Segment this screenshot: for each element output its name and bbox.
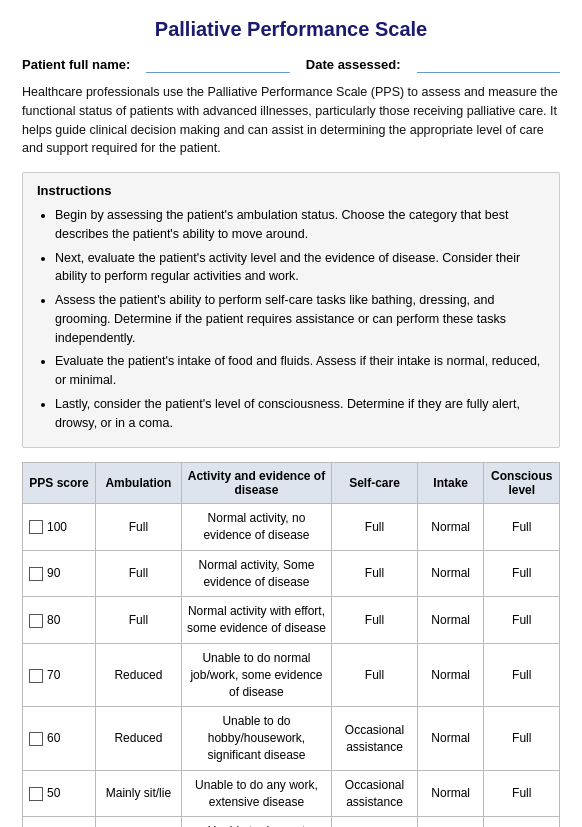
score-cell: 100 [23,504,96,551]
th-pps: PPS score [23,463,96,504]
activity-cell: Normal activity with effort, some eviden… [181,597,331,644]
instruction-item: Lastly, consider the patient's level of … [55,395,545,433]
score-checkbox[interactable] [29,669,43,683]
score-checkbox[interactable] [29,520,43,534]
score-cell: 80 [23,597,96,644]
ambulation-cell: Reduced [95,707,181,770]
intake-cell: Reduced [417,817,484,827]
conscious-cell: Full [484,707,560,770]
ambulation-cell: Mainly in bed [95,817,181,827]
score-cell: 70 [23,644,96,707]
intake-cell: Normal [417,597,484,644]
date-field[interactable] [417,55,560,73]
instruction-item: Assess the patient's ability to perform … [55,291,545,347]
description-text: Healthcare professionals use the Palliat… [22,83,560,158]
table-header-row: PPS score Ambulation Activity and eviden… [23,463,560,504]
selfcare-cell: Full [332,550,418,597]
patient-label: Patient full name: [22,57,130,72]
score-cell: 60 [23,707,96,770]
table-row: 40Mainly in bedUnable to do most activit… [23,817,560,827]
instruction-item: Evaluate the patient's intake of food an… [55,352,545,390]
th-selfcare: Self-care [332,463,418,504]
activity-cell: Unable to do hobby/housework, significan… [181,707,331,770]
conscious-cell: Full [484,597,560,644]
table-row: 50Mainly sit/lieUnable to do any work, e… [23,770,560,817]
instruction-item: Begin by assessing the patient's ambulat… [55,206,545,244]
intake-cell: Normal [417,644,484,707]
conscious-cell: Full [484,644,560,707]
th-intake: Intake [417,463,484,504]
selfcare-cell: Occasional assistance [332,707,418,770]
selfcare-cell: Full [332,644,418,707]
ambulation-cell: Reduced [95,644,181,707]
score-checkbox[interactable] [29,732,43,746]
conscious-cell: Full [484,817,560,827]
score-checkbox[interactable] [29,567,43,581]
activity-cell: Normal activity, no evidence of disease [181,504,331,551]
selfcare-cell: Occasional assistance [332,770,418,817]
selfcare-cell: Full [332,597,418,644]
patient-name-field[interactable] [146,55,289,73]
th-ambulation: Ambulation [95,463,181,504]
page-title: Palliative Performance Scale [22,18,560,41]
instructions-box: Instructions Begin by assessing the pati… [22,172,560,448]
activity-cell: Normal activity, Some evidence of diseas… [181,550,331,597]
ambulation-cell: Full [95,597,181,644]
table-row: 60ReducedUnable to do hobby/housework, s… [23,707,560,770]
ambulation-cell: Mainly sit/lie [95,770,181,817]
date-label: Date assessed: [306,57,401,72]
ambulation-cell: Full [95,504,181,551]
table-row: 70ReducedUnable to do normal job/work, s… [23,644,560,707]
activity-cell: Unable to do most activities, extensive … [181,817,331,827]
intake-cell: Normal [417,707,484,770]
conscious-cell: Full [484,550,560,597]
activity-cell: Unable to do normal job/work, some evide… [181,644,331,707]
conscious-cell: Full [484,504,560,551]
score-cell: 40 [23,817,96,827]
selfcare-cell: Full [332,504,418,551]
instructions-list: Begin by assessing the patient's ambulat… [37,206,545,432]
intake-cell: Normal [417,550,484,597]
instructions-title: Instructions [37,183,545,198]
th-activity: Activity and evidence of disease [181,463,331,504]
th-conscious: Conscious level [484,463,560,504]
table-row: 80FullNormal activity with effort, some … [23,597,560,644]
score-cell: 50 [23,770,96,817]
ambulation-cell: Full [95,550,181,597]
score-checkbox[interactable] [29,614,43,628]
activity-cell: Unable to do any work, extensive disease [181,770,331,817]
intake-cell: Normal [417,770,484,817]
score-checkbox[interactable] [29,787,43,801]
pps-table: PPS score Ambulation Activity and eviden… [22,462,560,827]
conscious-cell: Full [484,770,560,817]
table-row: 100FullNormal activity, no evidence of d… [23,504,560,551]
selfcare-cell: Mainly assistance [332,817,418,827]
score-cell: 90 [23,550,96,597]
table-body: 100FullNormal activity, no evidence of d… [23,504,560,827]
instruction-item: Next, evaluate the patient's activity le… [55,249,545,287]
table-row: 90FullNormal activity, Some evidence of … [23,550,560,597]
intake-cell: Normal [417,504,484,551]
